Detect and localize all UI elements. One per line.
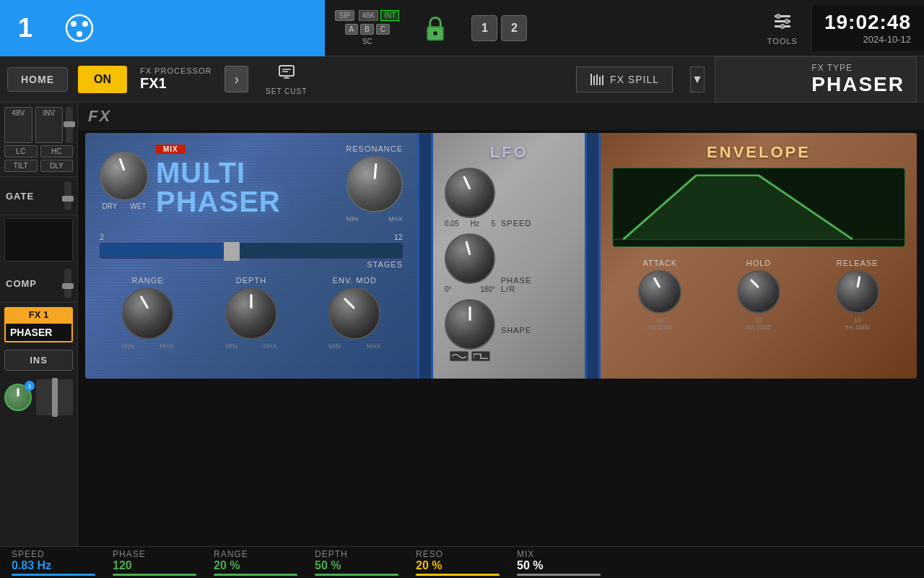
stages-min: 2 — [100, 233, 104, 241]
sine-wave-icon[interactable] — [450, 351, 468, 361]
phaser-section: DRY WET MIX MULTIPHASER RESONANCE — [85, 133, 417, 379]
dly-btn[interactable]: DLY — [40, 160, 74, 172]
48v-btn[interactable]: 48V — [4, 107, 32, 143]
range-line — [214, 574, 297, 576]
ins-btn[interactable]: INS — [4, 350, 73, 371]
channel-name-bar — [108, 0, 325, 56]
gate-fader[interactable] — [64, 181, 71, 210]
envmod-label: ENV. MOD — [333, 276, 377, 285]
channel-1-btn[interactable]: 1 — [471, 15, 497, 41]
dry-wet-labels: DRY WET — [102, 202, 146, 210]
rate-b[interactable]: B — [360, 24, 374, 35]
hold-knob[interactable] — [737, 270, 780, 314]
lfo-shape-knob[interactable] — [445, 299, 495, 350]
envmod-min: MIN — [328, 342, 341, 350]
sidebar-knob-row: 1 — [0, 374, 77, 421]
tools-block[interactable]: TOOLS — [754, 5, 811, 51]
hc-btn[interactable]: HC — [40, 145, 74, 158]
range-knob[interactable] — [122, 288, 174, 340]
depth-indicator — [250, 294, 252, 309]
fx1-btn[interactable]: FX 1 — [4, 307, 73, 322]
stages-thumb[interactable] — [224, 242, 240, 261]
depth-knob[interactable] — [225, 288, 277, 340]
svg-rect-19 — [596, 74, 598, 85]
reso-min: MIN — [346, 215, 359, 223]
fx-type-dropdown[interactable]: ▼ — [690, 66, 705, 92]
env-knobs-row: ATTACK 10ms 1000 HOLD 10ms 2000 — [612, 259, 905, 331]
depth-min-max: MIN MAX — [225, 342, 277, 350]
stages-fill — [100, 243, 230, 258]
lfo-phase-knob-container: 0° 180° — [445, 233, 495, 293]
svg-marker-24 — [623, 176, 852, 239]
comp-fader-thumb — [62, 283, 74, 289]
sidebar-knob[interactable]: 1 — [4, 384, 32, 411]
fx-title: FX — [88, 107, 111, 126]
hz-max: 5 — [491, 220, 495, 228]
home-button[interactable]: HOME — [7, 67, 68, 92]
sidebar-fader-h[interactable] — [36, 379, 73, 415]
gate-section: GATE — [0, 177, 77, 215]
lc-btn[interactable]: LC — [4, 145, 38, 158]
square-wave-icon[interactable] — [471, 351, 490, 361]
phase-label: PHASE — [113, 549, 146, 559]
lfo-speed-row: 0.05 Hz 5 SPEED — [445, 168, 573, 228]
clock-time: 19:02:48 — [824, 11, 911, 34]
status-depth: DEPTH 50 % — [315, 549, 416, 576]
lfo-phase-knob[interactable] — [445, 233, 495, 284]
envelope-section: ENVELOPE ATTACK — [601, 133, 917, 379]
reso-max: MAX — [388, 215, 403, 223]
fx-type-block: FX TYPE PHASER — [811, 63, 905, 96]
rate-c[interactable]: C — [376, 24, 390, 35]
knob-indicator — [17, 388, 19, 397]
svg-point-9 — [776, 14, 780, 18]
envelope-title: ENVELOPE — [612, 143, 905, 162]
resonance-knob[interactable] — [346, 156, 403, 212]
depth-status-label: DEPTH — [315, 549, 348, 559]
speed-line — [12, 574, 95, 576]
inv-btn[interactable]: INV — [35, 107, 64, 143]
lfo-speed-knob-container: 0.05 Hz 5 — [445, 168, 495, 228]
status-bar: SPEED 0.83 Hz PHASE 120 RANGE 20 % DEPTH… — [0, 546, 924, 578]
svg-point-11 — [780, 24, 785, 28]
hz-min: 0.05 — [445, 220, 458, 228]
channel-2-btn[interactable]: 2 — [501, 15, 527, 41]
speed-value: 0.83 Hz — [12, 559, 51, 572]
fx-type-value: PHASER — [811, 73, 905, 96]
fx-arrow-button[interactable]: › — [225, 66, 248, 92]
dry-wet-knob[interactable] — [100, 152, 149, 201]
rate-a[interactable]: A — [345, 24, 359, 35]
fx-header-row: FX — [78, 103, 924, 130]
envmod-knob[interactable] — [328, 288, 380, 340]
sidebar-controls: 48V INV LC HC TILT DLY — [0, 103, 77, 177]
fx-processor-value: FX1 — [140, 75, 212, 92]
release-knob[interactable] — [836, 270, 879, 314]
channel-number[interactable]: 1 — [0, 0, 51, 56]
lfo-speed-knob[interactable] — [445, 168, 495, 218]
sidebar-fader — [66, 107, 73, 143]
phase-indicator — [465, 241, 471, 255]
hold-indicator — [750, 279, 759, 288]
comp-fader[interactable] — [64, 269, 71, 298]
reso-indicator — [373, 163, 377, 179]
tilt-btn[interactable]: TILT — [4, 160, 38, 172]
lfo-title: LFO — [490, 143, 528, 162]
dry-label: DRY — [102, 202, 117, 210]
fx-processor-block: FX PROCESSOR FX1 — [137, 66, 214, 92]
phase-line — [113, 574, 196, 576]
gate-label[interactable]: GATE — [6, 191, 34, 202]
fx-type-row: FX TYPE PHASER — [715, 56, 917, 103]
on-button[interactable]: ON — [78, 66, 127, 93]
envmod-min-max: MIN MAX — [328, 342, 380, 350]
fx-spill-button[interactable]: FX SPILL — [576, 66, 673, 92]
vert-fader-1[interactable] — [66, 107, 73, 143]
lock-icon-container[interactable] — [409, 14, 461, 43]
attack-knob[interactable] — [638, 270, 681, 314]
clock-block: 19:02:48 2024-10-12 — [811, 5, 924, 51]
depth-line — [315, 574, 398, 576]
lfo-section: LFO 0.05 Hz 5 SPEED — [433, 133, 585, 379]
comp-label[interactable]: COMP — [6, 278, 37, 289]
svg-rect-12 — [279, 66, 294, 76]
set-cust-block[interactable]: SET CUST — [258, 64, 314, 95]
stages-track[interactable] — [100, 243, 403, 259]
shape-label-right: SHAPE — [501, 326, 531, 335]
